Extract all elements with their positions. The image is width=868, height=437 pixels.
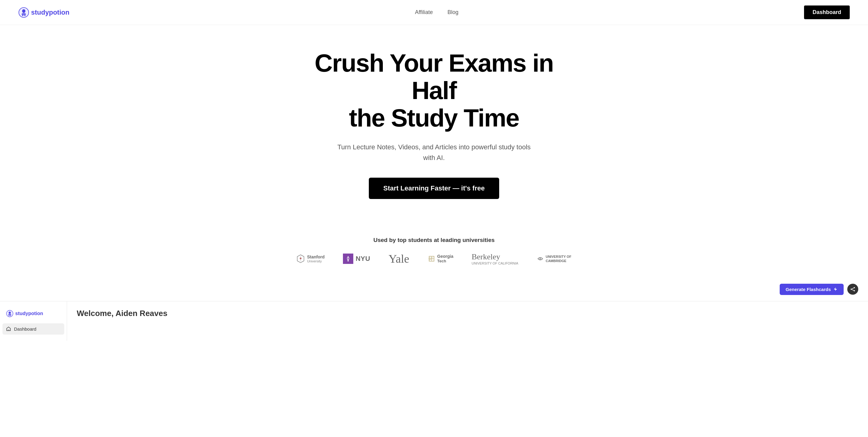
dashboard-sidebar-logo: studypotion — [0, 308, 67, 323]
georgia-tech-logo: GT Georgia Tech — [428, 254, 454, 263]
generate-flashcards-button[interactable]: Generate Flashcards — [780, 284, 844, 295]
yale-text: Yale — [389, 252, 409, 265]
berkeley-logo: Berkeley UNIVERSITY OF CALIFORNIA — [471, 252, 518, 265]
cambridge-text: UNIVERSITY OFCAMBRIDGE — [546, 255, 571, 263]
dashboard-sidebar: studypotion Dashboard — [0, 301, 67, 341]
universities-section: Used by top students at leading universi… — [0, 237, 868, 278]
nav-logo[interactable]: studypotion — [18, 7, 69, 18]
svg-rect-18 — [8, 315, 9, 316]
nav-link-blog[interactable]: Blog — [447, 9, 458, 16]
svg-point-10 — [854, 287, 855, 288]
universities-label: Used by top students at leading universi… — [373, 237, 495, 243]
svg-line-13 — [852, 288, 854, 289]
svg-text:GT: GT — [429, 257, 433, 261]
svg-rect-3 — [22, 14, 23, 16]
navbar: studypotion Affiliate Blog Dashboard — [0, 0, 868, 25]
svg-point-5 — [300, 258, 302, 259]
sidebar-logo-icon — [6, 310, 13, 317]
svg-rect-20 — [8, 329, 9, 331]
nyu-icon — [343, 254, 353, 264]
svg-rect-4 — [25, 14, 26, 16]
dashboard-welcome-text: Welcome, Aiden Reaves — [77, 309, 858, 318]
sidebar-item-dashboard[interactable]: Dashboard — [2, 323, 64, 334]
dashboard-top-bar: Generate Flashcards — [0, 278, 868, 301]
dashboard-content-area: studypotion Dashboard Welcome, Aiden Rea… — [0, 301, 868, 341]
logo-icon — [18, 7, 29, 18]
svg-point-11 — [850, 289, 852, 290]
sidebar-item-dashboard-label: Dashboard — [14, 326, 36, 331]
svg-point-12 — [854, 290, 855, 291]
nyu-text: NYU — [356, 255, 370, 263]
nav-dashboard-button[interactable]: Dashboard — [804, 5, 850, 19]
dashboard-main-content: Welcome, Aiden Reaves — [67, 301, 868, 341]
stanford-logo: Stanford University — [297, 254, 325, 263]
hero-subtitle: Turn Lecture Notes, Videos, and Articles… — [337, 142, 531, 163]
dashboard-preview: Generate Flashcards — [0, 278, 868, 341]
dashboard-share-icon[interactable] — [847, 284, 858, 295]
universities-logos: Stanford University NYU Yale GT — [297, 252, 571, 265]
svg-line-14 — [852, 290, 854, 290]
svg-rect-19 — [10, 315, 11, 316]
hero-title: Crush Your Exams in Half the Study Time — [297, 49, 571, 132]
yale-logo: Yale — [389, 252, 409, 265]
home-icon — [6, 326, 11, 331]
sidebar-logo-text: studypotion — [15, 311, 43, 316]
nyu-logo: NYU — [343, 254, 370, 264]
svg-point-17 — [8, 312, 11, 314]
stanford-text: Stanford University — [307, 255, 325, 263]
nav-link-affiliate[interactable]: Affiliate — [415, 9, 433, 16]
nav-links: Affiliate Blog — [415, 9, 459, 16]
georgia-tech-text: Georgia Tech — [437, 254, 454, 263]
lightning-icon — [833, 287, 838, 291]
berkeley-text: Berkeley UNIVERSITY OF CALIFORNIA — [471, 252, 518, 265]
cambridge-logo: UNIVERSITY OFCAMBRIDGE — [537, 255, 571, 263]
stanford-icon — [297, 254, 305, 263]
svg-point-9 — [539, 258, 541, 260]
nav-logo-text: studypotion — [31, 8, 69, 17]
hero-section: Crush Your Exams in Half the Study Time … — [0, 25, 868, 237]
cambridge-icon — [537, 255, 544, 262]
hero-cta-button[interactable]: Start Learning Faster — it's free — [369, 178, 499, 199]
georgia-tech-icon: GT — [428, 255, 436, 263]
